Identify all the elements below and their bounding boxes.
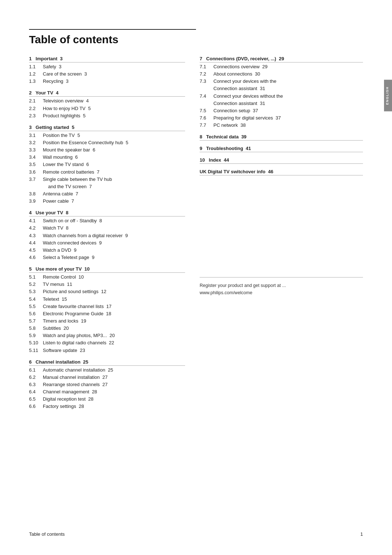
page: English Table of contents 1 Important 3 … bbox=[0, 0, 392, 555]
toc-item-1-1: 1.1Safety 3 bbox=[29, 63, 185, 70]
section-10: 10 Index 44 bbox=[200, 157, 363, 164]
toc-item-3-5: 3.5Lower the TV stand 6 bbox=[29, 161, 185, 168]
toc-item-5-4: 5.4Teletext 15 bbox=[29, 296, 185, 303]
section-uk: UK Digital TV switchover info 46 bbox=[200, 169, 363, 175]
toc-item-6-1: 6.1Automatic channel installation 25 bbox=[29, 366, 185, 374]
toc-item-2-1: 2.1Television overview 4 bbox=[29, 97, 185, 105]
section-7-header: 7 Connections (DVD, receiver, ...) 29 bbox=[200, 56, 363, 62]
section-5: 5 Use more of your TV 10 5.1Remote Contr… bbox=[29, 266, 185, 354]
footer-label: Table of contents bbox=[29, 531, 65, 537]
section-1: 1 Important 3 1.1Safety 3 1.2Care of the… bbox=[29, 56, 185, 85]
toc-item-6-4: 6.4Channel management 28 bbox=[29, 388, 185, 396]
register-text: Register your product and get support at… bbox=[200, 282, 363, 296]
toc-item-3-1: 3.1Position the TV 5 bbox=[29, 132, 185, 139]
section-2-header: 2 Your TV 4 bbox=[29, 90, 185, 97]
toc-item-5-8: 5.8Subtitles 20 bbox=[29, 325, 185, 332]
section-1-header: 1 Important 3 bbox=[29, 56, 185, 62]
toc-item-3-8: 3.8Antenna cable 7 bbox=[29, 190, 185, 198]
section-9-header: 9 Troubleshooting 41 bbox=[200, 146, 363, 152]
section-10-header: 10 Index 44 bbox=[200, 157, 363, 164]
top-rule bbox=[29, 29, 196, 30]
toc-item-5-2: 5.2TV menus 11 bbox=[29, 281, 185, 288]
toc-item-3-3: 3.3Mount the speaker bar 6 bbox=[29, 146, 185, 154]
toc-item-3-9: 3.9Power cable 7 bbox=[29, 198, 185, 205]
toc-item-5-10: 5.10Listen to digital radio channels 22 bbox=[29, 339, 185, 347]
footer: Table of contents 1 bbox=[29, 531, 363, 537]
toc-item-5-7: 5.7Timers and locks 19 bbox=[29, 317, 185, 325]
toc-right-column: 7 Connections (DVD, receiver, ...) 29 7.… bbox=[196, 54, 363, 415]
toc-item-7-6: 7.6Preparing for digital services 37 bbox=[200, 114, 363, 122]
toc-left-column: 1 Important 3 1.1Safety 3 1.2Care of the… bbox=[29, 54, 196, 415]
toc-item-7-2: 7.2About connections 30 bbox=[200, 70, 363, 78]
toc-item-4-3: 4.3Watch channels from a digital receive… bbox=[29, 232, 185, 239]
toc-item-2-3: 2.3Product highlights 5 bbox=[29, 112, 185, 119]
section-5-header: 5 Use more of your TV 10 bbox=[29, 266, 185, 273]
section-uk-header: UK Digital TV switchover info 46 bbox=[200, 169, 363, 175]
toc-item-7-3: 7.3Connect your devices with theConnecti… bbox=[200, 78, 363, 92]
toc-item-4-4: 4.4Watch connected devices 9 bbox=[29, 239, 185, 247]
toc-item-4-6: 4.6Select a Teletext page 9 bbox=[29, 254, 185, 261]
toc-item-5-5: 5.5Create favourite channel lists 17 bbox=[29, 303, 185, 310]
toc-item-4-1: 4.1Switch on or off - Standby 8 bbox=[29, 217, 185, 224]
footer-page-number: 1 bbox=[360, 531, 363, 537]
section-8: 8 Technical data 39 bbox=[200, 134, 363, 141]
toc-item-4-5: 4.5Watch a DVD 9 bbox=[29, 247, 185, 254]
section-4-header: 4 Use your TV 8 bbox=[29, 210, 185, 216]
toc-body: 1 Important 3 1.1Safety 3 1.2Care of the… bbox=[29, 54, 363, 415]
toc-item-5-3: 5.3Picture and sound settings 12 bbox=[29, 288, 185, 295]
toc-item-5-9: 5.9Watch and play photos, MP3... 20 bbox=[29, 332, 185, 339]
section-7: 7 Connections (DVD, receiver, ...) 29 7.… bbox=[200, 56, 363, 129]
toc-item-6-2: 6.2Manual channel installation 27 bbox=[29, 374, 185, 381]
section-9: 9 Troubleshooting 41 bbox=[200, 146, 363, 152]
section-3: 3 Getting started 5 3.1Position the TV 5… bbox=[29, 125, 185, 205]
section-2: 2 Your TV 4 2.1Television overview 4 2.2… bbox=[29, 90, 185, 119]
toc-item-4-2: 4.2Watch TV 8 bbox=[29, 224, 185, 232]
toc-item-5-1: 5.1Remote Control 10 bbox=[29, 274, 185, 281]
toc-item-1-3: 1.3Recycling 3 bbox=[29, 78, 185, 85]
page-title: Table of contents bbox=[29, 33, 363, 46]
section-6-header: 6 Channel installation 25 bbox=[29, 359, 185, 366]
toc-item-3-4: 3.4Wall mounting 6 bbox=[29, 154, 185, 161]
toc-item-2-2: 2.2How to enjoy HD TV 5 bbox=[29, 105, 185, 112]
toc-item-5-11: 5.11Software update 23 bbox=[29, 347, 185, 354]
toc-item-3-2: 3.2Position the Essence Connectivity hub… bbox=[29, 139, 185, 146]
toc-item-6-6: 6.6Factory settings 28 bbox=[29, 403, 185, 410]
toc-item-7-5: 7.5Connection setup 37 bbox=[200, 107, 363, 114]
sidebar-language-tab: English bbox=[384, 80, 392, 112]
toc-item-6-3: 6.3Rearrange stored channels 27 bbox=[29, 381, 185, 388]
toc-item-5-6: 5.6Electronic Programme Guide 18 bbox=[29, 310, 185, 317]
section-3-header: 3 Getting started 5 bbox=[29, 125, 185, 131]
toc-item-7-1: 7.1Connections overview 29 bbox=[200, 63, 363, 70]
section-6: 6 Channel installation 25 6.1Automatic c… bbox=[29, 359, 185, 410]
toc-item-6-5: 6.5Digital reception test 28 bbox=[29, 396, 185, 403]
toc-item-7-7: 7.7PC network 38 bbox=[200, 122, 363, 129]
section-8-header: 8 Technical data 39 bbox=[200, 134, 363, 141]
toc-item-3-6: 3.6Remote control batteries 7 bbox=[29, 169, 185, 176]
toc-item-7-4: 7.4Connect your devices without theConne… bbox=[200, 93, 363, 107]
register-block: Register your product and get support at… bbox=[200, 277, 363, 296]
toc-item-3-7: 3.7Single cable between the TV hub and t… bbox=[29, 176, 185, 190]
section-4: 4 Use your TV 8 4.1Switch on or off - St… bbox=[29, 210, 185, 261]
toc-item-1-2: 1.2Care of the screen 3 bbox=[29, 70, 185, 78]
